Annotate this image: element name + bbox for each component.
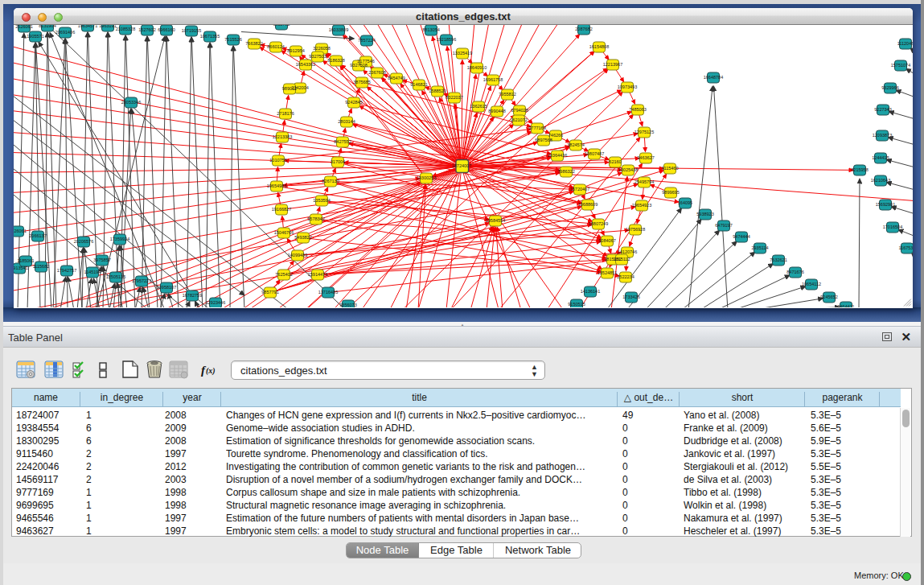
svg-text:16210643: 16210643 xyxy=(871,178,890,183)
svg-text:1010755: 1010755 xyxy=(269,158,286,163)
svg-text:10719155: 10719155 xyxy=(182,28,201,33)
svg-text:16543362: 16543362 xyxy=(296,62,315,67)
svg-text:1115682: 1115682 xyxy=(33,264,50,269)
svg-text:1112046: 1112046 xyxy=(897,41,913,46)
svg-text:17942757: 17942757 xyxy=(57,268,76,273)
svg-text:2522234: 2522234 xyxy=(617,274,634,279)
svg-text:164095: 164095 xyxy=(678,200,692,205)
svg-text:7625402: 7625402 xyxy=(275,272,292,277)
svg-text:9857791: 9857791 xyxy=(261,290,278,295)
svg-text:19166827: 19166827 xyxy=(272,207,291,212)
svg-text:9899695: 9899695 xyxy=(662,190,679,195)
svg-text:8215958: 8215958 xyxy=(851,167,868,172)
svg-text:317004: 317004 xyxy=(331,159,345,164)
svg-text:18724007: 18724007 xyxy=(452,163,471,168)
svg-text:3975857: 3975857 xyxy=(93,257,110,262)
svg-text:7986322: 7986322 xyxy=(557,169,574,174)
svg-text:17957223: 17957223 xyxy=(132,278,151,283)
svg-text:10807487: 10807487 xyxy=(585,151,604,156)
svg-text:9227343: 9227343 xyxy=(874,107,891,112)
svg-text:25495794: 25495794 xyxy=(634,179,654,184)
svg-text:16154808: 16154808 xyxy=(589,44,609,49)
svg-text:15692901: 15692901 xyxy=(876,202,895,207)
svg-text:2066137: 2066137 xyxy=(29,233,46,238)
svg-text:8813054: 8813054 xyxy=(422,27,439,32)
svg-text:9245652: 9245652 xyxy=(820,295,837,299)
svg-text:9356073: 9356073 xyxy=(339,303,356,307)
svg-text:1167533: 1167533 xyxy=(898,245,913,250)
svg-text:2718176: 2718176 xyxy=(277,111,294,116)
svg-text:21085328: 21085328 xyxy=(116,27,135,31)
svg-text:8660124: 8660124 xyxy=(267,44,284,49)
svg-text:9777169: 9777169 xyxy=(528,126,545,130)
svg-text:2803144: 2803144 xyxy=(338,119,355,124)
svg-text:3226058: 3226058 xyxy=(313,46,330,51)
svg-text:20364436: 20364436 xyxy=(548,153,567,158)
svg-text:2087682: 2087682 xyxy=(575,27,592,31)
svg-text:18807249: 18807249 xyxy=(589,221,608,226)
svg-text:10654112: 10654112 xyxy=(802,282,821,286)
svg-text:1244415: 1244415 xyxy=(872,155,889,160)
svg-text:(x): (x) xyxy=(206,366,216,376)
svg-text:8267130: 8267130 xyxy=(322,179,339,183)
svg-text:1621072: 1621072 xyxy=(510,117,527,122)
svg-text:5578342: 5578342 xyxy=(307,216,324,221)
svg-text:19218596: 19218596 xyxy=(437,37,456,42)
svg-text:15914479: 15914479 xyxy=(308,272,327,277)
svg-text:1733426: 1733426 xyxy=(622,295,639,299)
svg-text:18640910: 18640910 xyxy=(467,65,487,70)
svg-text:1145194: 1145194 xyxy=(84,270,101,274)
svg-text:9115460: 9115460 xyxy=(661,166,678,171)
svg-text:2526061: 2526061 xyxy=(15,25,32,29)
svg-text:1185061: 1185061 xyxy=(17,258,34,263)
svg-text:12505135: 12505135 xyxy=(106,274,125,279)
svg-text:6966160: 6966160 xyxy=(158,27,175,32)
svg-text:7485063: 7485063 xyxy=(629,107,646,112)
svg-text:9464411: 9464411 xyxy=(837,304,854,308)
svg-text:1353594: 1353594 xyxy=(313,198,330,203)
svg-text:8131904: 8131904 xyxy=(39,25,55,28)
svg-text:8427552: 8427552 xyxy=(334,139,351,144)
svg-text:20691406: 20691406 xyxy=(55,30,75,35)
svg-text:12213383: 12213383 xyxy=(273,134,292,139)
svg-text:3824574: 3824574 xyxy=(567,142,584,147)
svg-text:19300253: 19300253 xyxy=(417,175,436,180)
svg-text:9329966: 9329966 xyxy=(881,85,898,90)
svg-text:16033809: 16033809 xyxy=(329,27,348,32)
svg-text:7663822: 7663822 xyxy=(245,41,262,46)
svg-text:13524851: 13524851 xyxy=(598,270,617,275)
svg-text:1527602: 1527602 xyxy=(138,27,155,32)
svg-text:9611792: 9611792 xyxy=(273,25,290,27)
svg-text:1905571: 1905571 xyxy=(27,34,43,39)
svg-text:19654985: 19654985 xyxy=(267,183,286,188)
svg-text:9084067: 9084067 xyxy=(598,238,615,243)
svg-text:20206576: 20206576 xyxy=(74,239,93,244)
svg-text:1362615: 1362615 xyxy=(470,104,487,109)
svg-text:14136141: 14136141 xyxy=(581,289,600,294)
svg-text:16648784: 16648784 xyxy=(704,75,723,80)
svg-text:746266: 746266 xyxy=(548,133,563,138)
svg-text:10025438: 10025438 xyxy=(618,167,638,172)
svg-text:7515526: 7515526 xyxy=(224,37,241,42)
svg-text:8454749: 8454749 xyxy=(388,76,405,80)
svg-text:13716485: 13716485 xyxy=(318,290,338,295)
svg-text:17016504: 17016504 xyxy=(883,225,902,229)
svg-text:8322037: 8322037 xyxy=(446,95,462,100)
svg-text:12213967: 12213967 xyxy=(603,62,622,67)
svg-text:2935114: 2935114 xyxy=(751,245,768,250)
svg-text:15751074: 15751074 xyxy=(891,63,910,68)
svg-text:2177546: 2177546 xyxy=(357,59,374,64)
svg-text:14120746: 14120746 xyxy=(618,249,637,254)
svg-text:3875685: 3875685 xyxy=(353,80,370,84)
svg-text:9150515: 9150515 xyxy=(568,302,585,307)
svg-text:19634571: 19634571 xyxy=(78,25,97,28)
svg-text:8912954: 8912954 xyxy=(287,48,304,53)
svg-text:10671355: 10671355 xyxy=(200,34,220,39)
svg-text:14099489: 14099489 xyxy=(288,253,307,257)
svg-text:9146821: 9146821 xyxy=(410,82,427,87)
svg-text:2526061: 2526061 xyxy=(14,229,27,233)
svg-text:5938923: 5938923 xyxy=(696,212,713,216)
svg-text:1963191: 1963191 xyxy=(99,25,116,28)
svg-text:9474444: 9474444 xyxy=(733,234,749,239)
svg-text:17359924: 17359924 xyxy=(110,237,129,241)
